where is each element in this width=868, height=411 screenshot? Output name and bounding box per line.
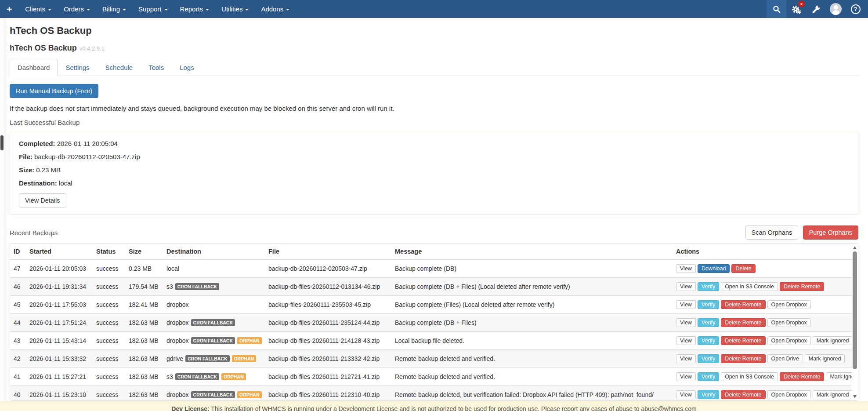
size-line: Size: 0.23 MB bbox=[19, 166, 849, 174]
table-scrollbar[interactable] bbox=[852, 244, 858, 400]
delete-remote-button[interactable]: Delete Remote bbox=[780, 282, 824, 291]
destination-label: Destination: bbox=[19, 179, 57, 187]
menu-clients[interactable]: Clients bbox=[19, 0, 58, 18]
open-dropbox-button[interactable]: Open Dropbox bbox=[767, 300, 811, 309]
mark-ignored-button[interactable]: Mark Ignored bbox=[826, 372, 852, 381]
cell-message: Backup complete (DB + Files) bbox=[391, 314, 673, 332]
cell-status: success bbox=[93, 296, 125, 314]
open-dropbox-button[interactable]: Open Dropbox bbox=[767, 390, 811, 399]
open-dropbox-button[interactable]: Open Dropbox bbox=[767, 336, 811, 345]
menu-label: Support bbox=[138, 5, 162, 13]
tab-settings[interactable]: Settings bbox=[58, 59, 97, 76]
cell-started: 2026-01-11 17:55:03 bbox=[26, 296, 93, 314]
orphan-badge: ORPHAN bbox=[221, 373, 246, 380]
scroll-down-icon[interactable] bbox=[853, 395, 857, 398]
cell-started: 2026-01-11 15:27:21 bbox=[26, 368, 93, 386]
column-header-actions: Actions bbox=[673, 244, 852, 259]
tab-tools[interactable]: Tools bbox=[141, 59, 172, 76]
view-button[interactable]: View bbox=[676, 354, 696, 363]
verify-button[interactable]: Verify bbox=[698, 336, 719, 345]
tab-dashboard[interactable]: Dashboard bbox=[10, 59, 58, 76]
view-button[interactable]: View bbox=[676, 336, 696, 345]
menu-billing[interactable]: Billing bbox=[96, 0, 132, 18]
cell-file: backup-files-20260111-235503-45.zip bbox=[265, 296, 391, 314]
tab-logs[interactable]: Logs bbox=[172, 59, 202, 76]
cell-size: 182.63 MB bbox=[125, 332, 163, 350]
table-scrollbar-thumb[interactable] bbox=[853, 251, 857, 369]
account-button[interactable] bbox=[826, 0, 846, 18]
system-tools-button[interactable] bbox=[806, 0, 826, 18]
completed-label: Completed: bbox=[19, 140, 55, 147]
module-version: v0.4.2.9.1 bbox=[80, 45, 105, 52]
view-button[interactable]: View bbox=[676, 372, 696, 381]
menu-utilities[interactable]: Utilities bbox=[215, 0, 255, 18]
verify-button[interactable]: Verify bbox=[698, 372, 719, 381]
delete-remote-button[interactable]: Delete Remote bbox=[721, 336, 765, 345]
cell-destination: dropboxCRON FALLBACK bbox=[163, 314, 265, 332]
view-button[interactable]: View bbox=[676, 318, 696, 327]
menu-orders[interactable]: Orders bbox=[58, 0, 96, 18]
scroll-up-icon[interactable] bbox=[853, 246, 857, 249]
verify-button[interactable]: Verify bbox=[698, 318, 719, 327]
plus-icon[interactable]: + bbox=[0, 4, 19, 15]
verify-button[interactable]: Verify bbox=[698, 390, 719, 399]
cell-size: 182.63 MB bbox=[125, 368, 163, 386]
dev-license-bar: Dev License: This installation of WHMCS … bbox=[0, 401, 868, 411]
cell-destination: dropboxCRON FALLBACKORPHAN bbox=[163, 386, 265, 401]
view-details-button[interactable]: View Details bbox=[19, 193, 66, 207]
scan-orphans-button[interactable]: Scan Orphans bbox=[745, 226, 799, 240]
verify-button[interactable]: Verify bbox=[698, 282, 719, 291]
delete-button[interactable]: Delete bbox=[731, 264, 755, 273]
menu-support[interactable]: Support bbox=[132, 0, 174, 18]
view-button[interactable]: View bbox=[676, 264, 696, 273]
menu-reports[interactable]: Reports bbox=[174, 0, 216, 18]
automation-status-button[interactable]: x bbox=[786, 0, 806, 18]
verify-button[interactable]: Verify bbox=[698, 300, 719, 309]
view-button[interactable]: View bbox=[676, 282, 696, 291]
mark-ignored-button[interactable]: Mark Ignored bbox=[813, 390, 852, 399]
file-line: File: backup-db-20260112-020503-47.zip bbox=[19, 153, 849, 160]
verify-button[interactable]: Verify bbox=[698, 354, 719, 363]
destination-name: gdrive bbox=[166, 355, 183, 362]
open-in-s3-console-button[interactable]: Open in S3 Console bbox=[721, 372, 778, 381]
open-in-s3-console-button[interactable]: Open in S3 Console bbox=[721, 282, 778, 291]
open-dropbox-button[interactable]: Open Dropbox bbox=[767, 318, 811, 327]
cell-status: success bbox=[93, 332, 125, 350]
cell-file: backup-db-files-20260111-212310-40.zip bbox=[265, 386, 391, 401]
last-backup-heading: Last Successful Backup bbox=[10, 119, 858, 126]
column-header-started: Started bbox=[26, 244, 93, 259]
delete-remote-button[interactable]: Delete Remote bbox=[780, 372, 824, 381]
page-scrollbar-thumb[interactable] bbox=[0, 135, 4, 150]
delete-remote-button[interactable]: Delete Remote bbox=[721, 318, 765, 327]
delete-remote-button[interactable]: Delete Remote bbox=[721, 390, 765, 399]
search-icon bbox=[772, 5, 781, 14]
mark-ignored-button[interactable]: Mark Ignored bbox=[805, 354, 845, 363]
delete-remote-button[interactable]: Delete Remote bbox=[721, 354, 765, 363]
cell-actions: ViewVerifyDelete RemoteOpen Dropbox bbox=[673, 296, 852, 314]
cron-fallback-badge: CRON FALLBACK bbox=[191, 391, 235, 398]
download-button[interactable]: Download bbox=[698, 264, 730, 273]
abuse-email-link[interactable]: abuse@whmcs.com bbox=[641, 405, 696, 411]
cell-file: backup-db-20260112-020503-47.zip bbox=[265, 259, 391, 278]
cell-size: 0.23 MB bbox=[125, 259, 163, 278]
chevron-down-icon bbox=[206, 9, 209, 11]
table-row: 40 2026-01-11 15:23:10 success 182.63 MB… bbox=[10, 386, 852, 401]
purge-orphans-button[interactable]: Purge Orphans bbox=[803, 226, 858, 240]
mark-ignored-button[interactable]: Mark Ignored bbox=[813, 336, 852, 345]
delete-remote-button[interactable]: Delete Remote bbox=[721, 300, 765, 309]
page-scrollbar[interactable] bbox=[0, 18, 4, 411]
dev-license-text: Dev License: This installation of WHMCS … bbox=[0, 401, 868, 411]
chevron-down-icon bbox=[48, 9, 51, 11]
menu-addons[interactable]: Addons bbox=[255, 0, 296, 18]
view-button[interactable]: View bbox=[676, 300, 696, 309]
view-button[interactable]: View bbox=[676, 390, 696, 399]
cell-destination: dropbox bbox=[163, 296, 265, 314]
search-button[interactable] bbox=[767, 0, 786, 18]
tab-bar: Dashboard Settings Schedule Tools Logs bbox=[10, 59, 858, 76]
tab-schedule[interactable]: Schedule bbox=[98, 59, 141, 76]
avatar bbox=[830, 3, 842, 15]
run-manual-backup-button[interactable]: Run Manual Backup (Free) bbox=[10, 84, 98, 98]
help-button[interactable]: ? bbox=[846, 0, 865, 18]
file-value: backup-db-20260112-020503-47.zip bbox=[34, 153, 140, 160]
open-drive-button[interactable]: Open Drive bbox=[767, 354, 803, 363]
